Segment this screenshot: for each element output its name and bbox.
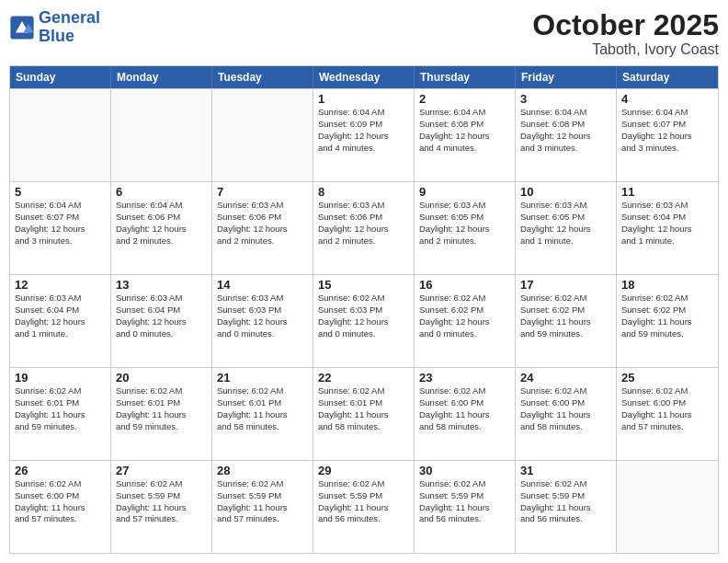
calendar-cell: 3Sunrise: 6:04 AM Sunset: 6:08 PM Daylig… [516,89,617,181]
calendar-cell: 23Sunrise: 6:02 AM Sunset: 6:00 PM Dayli… [415,368,516,460]
cell-info: Sunrise: 6:02 AM Sunset: 6:03 PM Dayligh… [318,293,409,339]
calendar-cell: 17Sunrise: 6:02 AM Sunset: 6:02 PM Dayli… [516,275,617,367]
cell-day-number: 6 [116,185,207,199]
cell-day-number: 12 [15,278,106,292]
calendar-cell [617,461,718,553]
title-block: October 2025 Taboth, Ivory Coast [532,9,719,58]
cell-day-number: 7 [217,185,308,199]
cell-info: Sunrise: 6:04 AM Sunset: 6:07 PM Dayligh… [621,107,713,154]
location-title: Taboth, Ivory Coast [532,41,719,58]
day-header-thursday: Thursday [415,66,516,88]
cell-day-number: 24 [520,371,611,385]
calendar-grid: 1Sunrise: 6:04 AM Sunset: 6:09 PM Daylig… [10,88,718,553]
calendar-cell [111,89,212,181]
cell-day-number: 8 [318,185,409,199]
cell-day-number: 10 [520,185,611,199]
day-header-monday: Monday [111,66,212,88]
cell-info: Sunrise: 6:02 AM Sunset: 6:01 PM Dayligh… [217,385,308,432]
page-header: General Blue October 2025 Taboth, Ivory … [9,9,719,58]
calendar-row-4: 26Sunrise: 6:02 AM Sunset: 6:00 PM Dayli… [10,460,718,553]
cell-day-number: 23 [419,371,510,385]
cell-day-number: 31 [520,464,611,477]
cell-day-number: 3 [520,92,611,106]
calendar-cell: 28Sunrise: 6:02 AM Sunset: 5:59 PM Dayli… [212,461,313,553]
cell-info: Sunrise: 6:02 AM Sunset: 6:00 PM Dayligh… [621,385,713,432]
calendar: SundayMondayTuesdayWednesdayThursdayFrid… [9,65,719,554]
cell-info: Sunrise: 6:03 AM Sunset: 6:04 PM Dayligh… [621,200,713,247]
cell-info: Sunrise: 6:02 AM Sunset: 6:02 PM Dayligh… [419,293,510,339]
cell-day-number: 18 [621,278,713,292]
cell-info: Sunrise: 6:03 AM Sunset: 6:05 PM Dayligh… [520,200,611,247]
calendar-cell: 14Sunrise: 6:03 AM Sunset: 6:03 PM Dayli… [212,275,313,367]
calendar-cell: 24Sunrise: 6:02 AM Sunset: 6:00 PM Dayli… [516,368,617,460]
day-headers: SundayMondayTuesdayWednesdayThursdayFrid… [10,66,718,88]
cell-info: Sunrise: 6:02 AM Sunset: 6:02 PM Dayligh… [520,293,611,339]
calendar-cell: 13Sunrise: 6:03 AM Sunset: 6:04 PM Dayli… [111,275,212,367]
cell-day-number: 11 [621,185,713,199]
logo-text: General Blue [39,9,100,46]
calendar-cell: 16Sunrise: 6:02 AM Sunset: 6:02 PM Dayli… [415,275,516,367]
calendar-cell: 10Sunrise: 6:03 AM Sunset: 6:05 PM Dayli… [516,182,617,274]
cell-info: Sunrise: 6:04 AM Sunset: 6:08 PM Dayligh… [419,107,510,154]
calendar-cell: 2Sunrise: 6:04 AM Sunset: 6:08 PM Daylig… [415,89,516,181]
cell-day-number: 13 [116,278,207,292]
calendar-cell: 11Sunrise: 6:03 AM Sunset: 6:04 PM Dayli… [617,182,718,274]
calendar-cell: 29Sunrise: 6:02 AM Sunset: 5:59 PM Dayli… [313,461,415,553]
cell-day-number: 30 [419,464,510,477]
cell-info: Sunrise: 6:02 AM Sunset: 5:59 PM Dayligh… [419,478,510,525]
cell-day-number: 28 [217,464,308,477]
calendar-cell: 21Sunrise: 6:02 AM Sunset: 6:01 PM Dayli… [212,368,313,460]
calendar-cell: 6Sunrise: 6:04 AM Sunset: 6:06 PM Daylig… [111,182,212,274]
cell-info: Sunrise: 6:03 AM Sunset: 6:05 PM Dayligh… [419,200,510,247]
cell-info: Sunrise: 6:02 AM Sunset: 5:59 PM Dayligh… [318,478,409,525]
cell-day-number: 2 [419,92,510,106]
calendar-cell: 19Sunrise: 6:02 AM Sunset: 6:01 PM Dayli… [10,368,111,460]
day-header-wednesday: Wednesday [313,66,415,88]
calendar-cell: 4Sunrise: 6:04 AM Sunset: 6:07 PM Daylig… [617,89,718,181]
calendar-cell: 15Sunrise: 6:02 AM Sunset: 6:03 PM Dayli… [313,275,415,367]
day-header-friday: Friday [516,66,617,88]
calendar-row-1: 5Sunrise: 6:04 AM Sunset: 6:07 PM Daylig… [10,181,718,274]
cell-day-number: 29 [318,464,409,477]
calendar-row-0: 1Sunrise: 6:04 AM Sunset: 6:09 PM Daylig… [10,88,718,181]
cell-day-number: 22 [318,371,409,385]
cell-info: Sunrise: 6:03 AM Sunset: 6:04 PM Dayligh… [15,293,106,339]
cell-info: Sunrise: 6:04 AM Sunset: 6:08 PM Dayligh… [520,107,611,154]
cell-day-number: 16 [419,278,510,292]
calendar-cell: 30Sunrise: 6:02 AM Sunset: 5:59 PM Dayli… [415,461,516,553]
cell-day-number: 1 [318,92,409,106]
cell-day-number: 9 [419,185,510,199]
cell-day-number: 15 [318,278,409,292]
calendar-cell: 8Sunrise: 6:03 AM Sunset: 6:06 PM Daylig… [313,182,415,274]
calendar-cell: 9Sunrise: 6:03 AM Sunset: 6:05 PM Daylig… [415,182,516,274]
cell-day-number: 19 [15,371,106,385]
calendar-cell: 5Sunrise: 6:04 AM Sunset: 6:07 PM Daylig… [10,182,111,274]
cell-info: Sunrise: 6:03 AM Sunset: 6:04 PM Dayligh… [116,293,207,339]
day-header-saturday: Saturday [617,66,718,88]
cell-info: Sunrise: 6:02 AM Sunset: 6:00 PM Dayligh… [520,385,611,432]
calendar-cell: 7Sunrise: 6:03 AM Sunset: 6:06 PM Daylig… [212,182,313,274]
cell-info: Sunrise: 6:02 AM Sunset: 5:59 PM Dayligh… [116,478,207,525]
calendar-cell: 22Sunrise: 6:02 AM Sunset: 6:01 PM Dayli… [313,368,415,460]
cell-day-number: 4 [621,92,713,106]
calendar-cell: 26Sunrise: 6:02 AM Sunset: 6:00 PM Dayli… [10,461,111,553]
cell-day-number: 5 [15,185,106,199]
calendar-row-2: 12Sunrise: 6:03 AM Sunset: 6:04 PM Dayli… [10,274,718,367]
calendar-cell: 27Sunrise: 6:02 AM Sunset: 5:59 PM Dayli… [111,461,212,553]
cell-info: Sunrise: 6:02 AM Sunset: 6:00 PM Dayligh… [419,385,510,432]
cell-info: Sunrise: 6:04 AM Sunset: 6:09 PM Dayligh… [318,107,409,154]
cell-info: Sunrise: 6:03 AM Sunset: 6:06 PM Dayligh… [318,200,409,247]
calendar-row-3: 19Sunrise: 6:02 AM Sunset: 6:01 PM Dayli… [10,367,718,460]
logo-icon [9,15,35,40]
cell-day-number: 21 [217,371,308,385]
calendar-cell [212,89,313,181]
cell-info: Sunrise: 6:02 AM Sunset: 5:59 PM Dayligh… [520,478,611,525]
cell-day-number: 20 [116,371,207,385]
calendar-cell: 18Sunrise: 6:02 AM Sunset: 6:02 PM Dayli… [617,275,718,367]
cell-info: Sunrise: 6:02 AM Sunset: 6:02 PM Dayligh… [621,293,713,339]
cell-info: Sunrise: 6:03 AM Sunset: 6:06 PM Dayligh… [217,200,308,247]
day-header-tuesday: Tuesday [212,66,313,88]
calendar-cell [10,89,111,181]
month-title: October 2025 [532,9,719,41]
cell-day-number: 27 [116,464,207,477]
